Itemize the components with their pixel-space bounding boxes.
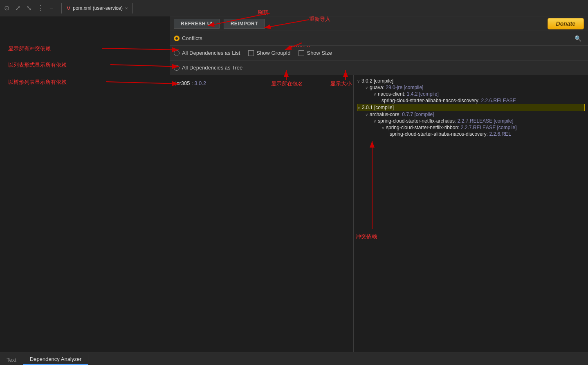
show-groupid-checkbox[interactable] <box>248 50 254 56</box>
title-bar: ⊙ ⤢ ⤡ ⋮ − V pom.xml (user-service) × <box>0 0 588 16</box>
search-icon[interactable]: 🔍 <box>572 34 584 43</box>
svg-line-5 <box>106 82 179 84</box>
dep-version: : 2.2.6.RELEASE <box>478 98 516 103</box>
main-content: jsr305 : 3.0.2 ∨ 3.0.2 [compile]∨ guava … <box>170 75 588 365</box>
tab-bar: V pom.xml (user-service) × <box>61 3 133 13</box>
all-list-option[interactable]: All Dependencies as List <box>174 50 240 56</box>
tree-item[interactable]: ∨ 3.0.2 [compile] <box>357 78 585 84</box>
expand-icon[interactable]: ⤢ <box>15 4 20 12</box>
all-tree-radio[interactable] <box>174 65 180 71</box>
show-size-checkbox[interactable] <box>298 50 304 56</box>
dep-name: nacos-client <box>378 91 404 97</box>
tree-item[interactable]: ∨ spring-cloud-starter-netflix-archaius … <box>373 118 585 124</box>
options-row-3: All Dependencies as Tree <box>170 60 588 75</box>
dep-name: spring-cloud-starter-netflix-archaius <box>378 118 455 124</box>
chevron-icon[interactable]: ∨ <box>357 105 360 110</box>
svg-line-3 <box>102 48 179 50</box>
tab-close-icon[interactable]: × <box>125 6 128 11</box>
annotation-show-conflicts: 显示所有冲突依赖 <box>8 45 51 52</box>
tab-text[interactable]: Text <box>0 355 23 365</box>
show-groupid-option[interactable]: Show GroupId <box>248 50 290 56</box>
chevron-icon[interactable]: ∨ <box>382 125 384 130</box>
chevron-icon[interactable]: ∨ <box>365 112 368 117</box>
tree-item[interactable]: spring-cloud-starter-alibaba-nacos-disco… <box>382 97 585 104</box>
annotation-show-all-tree: 以树形列表显示所有依赖 <box>8 78 67 86</box>
settings-icon[interactable]: ⊙ <box>4 4 9 12</box>
conflicts-label: Conflicts <box>182 35 202 41</box>
options-row-1: Conflicts 🔍 <box>170 31 588 46</box>
all-tree-option[interactable]: All Dependencies as Tree <box>174 65 242 71</box>
dep-name: spring-cloud-starter-netflix-ribbon <box>386 125 458 130</box>
chevron-icon[interactable]: ∨ <box>373 119 376 123</box>
all-tree-label: All Dependencies as Tree <box>182 65 242 71</box>
show-size-label: Show Size <box>307 50 332 56</box>
show-size-option[interactable]: Show Size <box>298 50 332 56</box>
dep-name: guava <box>370 85 383 90</box>
annotation-show-all-list: 以列表形式显示所有依赖 <box>8 61 67 69</box>
dep-version: : 2.2.7.RELEASE [compile] <box>455 118 513 124</box>
conflicts-radio[interactable] <box>174 36 180 41</box>
dep-version: 3.0.2 <box>194 80 206 86</box>
all-list-radio[interactable] <box>174 50 180 56</box>
bottom-tabs: Text Dependency Analyzer <box>0 352 588 365</box>
reimport-button[interactable]: REIMPORT <box>224 19 265 29</box>
dep-name: spring-cloud-starter-alibaba-nacos-disco… <box>382 98 478 103</box>
refresh-ui-button[interactable]: REFRESH UI <box>174 19 220 29</box>
dep-name: 3.0.1 [compile] <box>362 105 394 110</box>
all-list-label: All Dependencies as List <box>182 50 240 56</box>
tree-item[interactable]: spring-cloud-starter-alibaba-nacos-disco… <box>390 131 585 137</box>
left-panel: jsr305 : 3.0.2 <box>170 75 354 365</box>
dep-name: 3.0.2 [compile] <box>361 78 393 84</box>
show-groupid-label: Show GroupId <box>256 50 290 56</box>
more-icon[interactable]: ⋮ <box>37 4 44 12</box>
dep-name: archaius-core <box>370 112 399 117</box>
svg-line-4 <box>110 65 179 67</box>
minimize-icon[interactable]: − <box>49 4 53 12</box>
dep-name: spring-cloud-starter-alibaba-nacos-disco… <box>390 131 487 137</box>
dep-version: : 29.0-jre [compile] <box>383 85 424 90</box>
dep-version: : 2.2.7.RELEASE [compile] <box>458 125 516 130</box>
right-panel: ∨ 3.0.2 [compile]∨ guava : 29.0-jre [com… <box>354 75 588 365</box>
chevron-icon[interactable]: ∨ <box>365 85 368 90</box>
tab-dependency-analyzer[interactable]: Dependency Analyzer <box>23 354 88 365</box>
tab-label: pom.xml (user-service) <box>73 5 123 11</box>
chevron-icon[interactable]: ∨ <box>373 92 376 96</box>
tree-item[interactable]: ∨ archaius-core : 0.7.7 [compile] <box>365 111 585 118</box>
tree-item[interactable]: ∨ nacos-client : 1.4.2 [compile] <box>373 91 585 97</box>
chevron-icon[interactable]: ∨ <box>357 79 360 83</box>
window-controls[interactable]: ⊙ ⤢ ⤡ ⋮ − <box>4 4 53 12</box>
toolbar: REFRESH UI REIMPORT Donate <box>170 16 588 31</box>
tree-item[interactable]: ∨ spring-cloud-starter-netflix-ribbon : … <box>382 124 585 131</box>
dep-name: jsr305 <box>175 80 190 86</box>
pom-tab[interactable]: V pom.xml (user-service) × <box>61 3 133 13</box>
tree-item[interactable]: ∨ 3.0.1 [compile] <box>357 104 585 111</box>
dependency-entry[interactable]: jsr305 : 3.0.2 <box>174 79 349 87</box>
dep-version: : 2.2.6.REL <box>487 131 511 137</box>
options-row-2: All Dependencies as List Show GroupId Sh… <box>170 46 588 60</box>
dep-version: : 1.4.2 [compile] <box>404 91 439 97</box>
dep-version: : 0.7.7 [compile] <box>399 112 434 117</box>
compress-icon[interactable]: ⤡ <box>26 4 31 12</box>
v-icon: V <box>67 5 70 11</box>
conflicts-option[interactable]: Conflicts <box>174 35 202 41</box>
donate-button[interactable]: Donate <box>548 18 584 29</box>
tree-item[interactable]: ∨ guava : 29.0-jre [compile] <box>365 84 585 91</box>
